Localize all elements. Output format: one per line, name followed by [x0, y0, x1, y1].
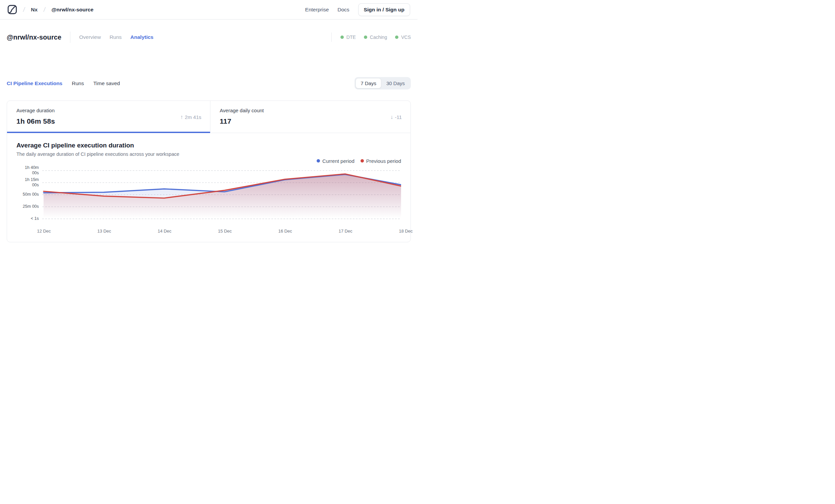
y-axis-label: 50m 00s	[23, 192, 39, 197]
nav-link-docs[interactable]: Docs	[338, 7, 349, 13]
metric-row: CI Pipeline Executions Runs Time saved 7…	[7, 77, 411, 89]
stat-label: Average daily count	[220, 107, 401, 113]
x-axis-label: 14 Dec	[158, 228, 171, 234]
stat-card-average-duration[interactable]: Average duration 1h 06m 58s ↑ 2m 41s	[7, 101, 210, 133]
analytics-card: Average duration 1h 06m 58s ↑ 2m 41s Ave…	[7, 101, 411, 242]
page-title: @nrwl/nx-source	[7, 34, 61, 41]
divider	[70, 32, 70, 43]
chart-section: Average CI pipeline execution duration T…	[7, 133, 410, 242]
stat-value: 1h 06m 58s	[16, 117, 201, 125]
tab-time-saved[interactable]: Time saved	[93, 80, 120, 86]
tab-overview[interactable]: Overview	[79, 34, 101, 40]
x-axis-label: 17 Dec	[339, 228, 352, 234]
tab-runs[interactable]: Runs	[109, 34, 122, 40]
legend-previous-period[interactable]: Previous period	[361, 158, 401, 164]
x-axis-label: 13 Dec	[97, 228, 111, 234]
status-dte: DTE	[341, 35, 356, 40]
divider	[331, 33, 332, 42]
range-option-30-days[interactable]: 30 Days	[381, 78, 410, 88]
chart-subtitle: The daily average duration of CI pipelin…	[16, 152, 401, 157]
arrow-down-icon: ↓	[390, 114, 393, 120]
delta-text: 2m 41s	[185, 114, 201, 120]
chart-title: Average CI pipeline execution duration	[16, 142, 401, 149]
stat-value: 117	[220, 117, 401, 125]
legend-dot-icon	[361, 159, 364, 163]
y-axis-label: < 1s	[31, 216, 39, 222]
chart-legend: Current period Previous period	[16, 158, 401, 164]
stat-delta: ↑ 2m 41s	[180, 114, 201, 120]
x-axis-label: 16 Dec	[278, 228, 292, 234]
sign-in-button[interactable]: Sign in / Sign up	[358, 3, 410, 16]
green-dot-icon	[364, 36, 367, 39]
area-fill-1	[44, 174, 401, 219]
y-axis-label: 25m 00s	[23, 204, 39, 209]
tab-analytics[interactable]: Analytics	[130, 34, 154, 40]
active-indicator-bar	[7, 132, 210, 133]
breadcrumb-workspace[interactable]: @nrwl/nx-source	[51, 7, 93, 13]
range-option-7-days[interactable]: 7 Days	[355, 78, 381, 88]
stat-card-average-daily-count[interactable]: Average daily count 117 ↓ -11	[210, 101, 410, 133]
workspace-header: @nrwl/nx-source Overview Runs Analytics …	[7, 32, 411, 42]
delta-text: -11	[395, 114, 402, 120]
breadcrumb-separator: /	[22, 6, 25, 14]
green-dot-icon	[341, 36, 344, 39]
x-axis-label: 12 Dec	[37, 228, 50, 234]
top-nav: / Nx / @nrwl/nx-source Enterprise Docs S…	[0, 0, 418, 19]
arrow-up-icon: ↑	[180, 114, 183, 120]
stat-card-row: Average duration 1h 06m 58s ↑ 2m 41s Ave…	[7, 101, 410, 133]
green-dot-icon	[395, 36, 399, 39]
status-vcs: VCS	[395, 35, 411, 40]
y-axis-label: 1h 40m 00s	[25, 165, 39, 176]
legend-current-period[interactable]: Current period	[317, 158, 354, 164]
plot-area: 1h 40m 00s1h 15m 00s50m 00s25m 00s< 1s	[16, 167, 401, 226]
y-axis-label: 1h 15m 00s	[25, 177, 39, 188]
line-chart	[42, 167, 401, 226]
breadcrumb-separator: /	[43, 6, 46, 14]
x-axis-label: 18 Dec	[399, 228, 412, 234]
stat-delta: ↓ -11	[390, 114, 402, 120]
tab-metric-runs[interactable]: Runs	[72, 80, 84, 86]
x-axis: 12 Dec13 Dec14 Dec15 Dec16 Dec17 Dec18 D…	[43, 228, 401, 235]
tab-ci-pipeline-executions[interactable]: CI Pipeline Executions	[7, 80, 62, 86]
breadcrumb-org[interactable]: Nx	[31, 7, 38, 13]
y-axis: 1h 40m 00s1h 15m 00s50m 00s25m 00s< 1s	[16, 167, 42, 226]
nav-link-enterprise[interactable]: Enterprise	[305, 7, 329, 13]
date-range-toggle: 7 Days 30 Days	[354, 77, 411, 89]
legend-dot-icon	[317, 159, 320, 163]
x-axis-label: 15 Dec	[218, 228, 231, 234]
stat-label: Average duration	[16, 107, 201, 113]
nx-cloud-logo-icon[interactable]	[7, 5, 17, 15]
status-caching: Caching	[364, 35, 387, 40]
